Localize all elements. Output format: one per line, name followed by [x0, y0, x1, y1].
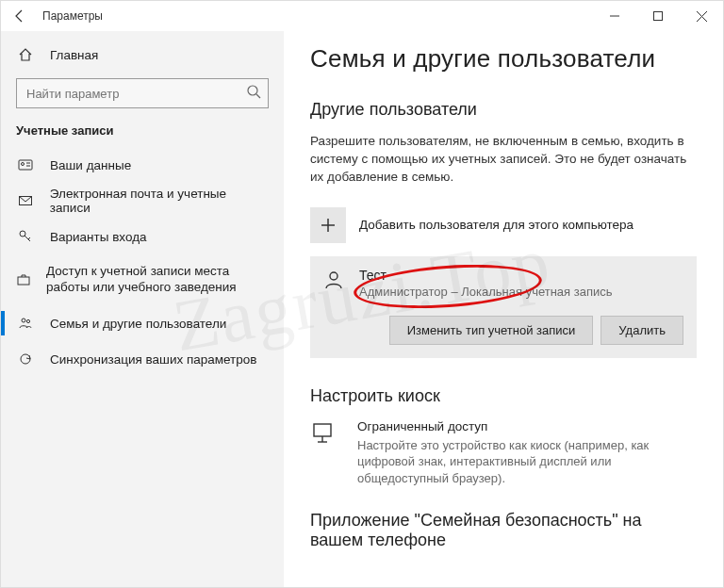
- user-card[interactable]: Тест Администратор – Локальная учетная з…: [310, 256, 697, 358]
- home-icon: [16, 47, 35, 62]
- minimize-button[interactable]: [593, 1, 636, 31]
- maximize-button[interactable]: [636, 1, 680, 31]
- sidebar-item-label: Варианты входа: [50, 230, 147, 244]
- svg-line-3: [256, 94, 260, 98]
- svg-rect-16: [314, 424, 331, 436]
- section-kiosk: Настроить киоск: [310, 386, 697, 406]
- svg-point-11: [22, 318, 25, 322]
- plus-icon: [310, 207, 346, 243]
- search-input-wrap: [16, 78, 269, 108]
- sync-icon: [16, 351, 35, 367]
- sidebar-item-label: Семья и другие пользователи: [50, 317, 226, 331]
- delete-user-button[interactable]: Удалить: [601, 316, 683, 345]
- back-button[interactable]: [1, 1, 39, 31]
- window-title: Параметры: [39, 9, 103, 23]
- mail-icon: [16, 193, 35, 208]
- sidebar-section-title: Учетные записи: [1, 118, 284, 147]
- svg-point-15: [330, 272, 337, 280]
- sidebar: Главная Учетные записи Ваши данные: [1, 31, 284, 587]
- sidebar-item-sync[interactable]: Синхронизация ваших параметров: [1, 341, 284, 377]
- svg-point-5: [22, 163, 25, 166]
- section-family-app: Приложение "Семейная безопасность" на ва…: [310, 511, 697, 550]
- other-users-desc: Разрешите пользователям, не включенным в…: [310, 133, 697, 187]
- add-user-row[interactable]: Добавить пользователя для этого компьюте…: [310, 207, 697, 243]
- search-input[interactable]: [16, 78, 269, 108]
- people-icon: [16, 316, 35, 331]
- kiosk-desc: Настройте это устройство как киоск (напр…: [357, 437, 659, 487]
- svg-rect-4: [19, 160, 32, 170]
- content-area: Семья и другие пользователи Другие польз…: [284, 31, 723, 587]
- page-title: Семья и другие пользователи: [310, 44, 697, 74]
- add-user-label: Добавить пользователя для этого компьюте…: [359, 218, 634, 232]
- svg-rect-1: [654, 12, 663, 21]
- sidebar-item-your-info[interactable]: Ваши данные: [1, 147, 284, 183]
- id-card-icon: [16, 157, 35, 172]
- sidebar-item-signin[interactable]: Варианты входа: [1, 219, 284, 254]
- kiosk-title: Ограниченный доступ: [357, 419, 659, 433]
- svg-point-2: [248, 86, 257, 95]
- sidebar-item-label: Синхронизация ваших параметров: [50, 352, 257, 367]
- sidebar-item-label: Электронная почта и учетные записи: [50, 187, 269, 215]
- close-button[interactable]: [680, 1, 723, 31]
- svg-point-12: [26, 319, 29, 322]
- kiosk-icon: [310, 419, 344, 446]
- user-role: Администратор – Локальная учетная запись: [359, 285, 612, 299]
- user-name: Тест: [359, 268, 612, 283]
- section-other-users: Другие пользователи: [310, 100, 697, 120]
- sidebar-item-label: Ваши данные: [50, 158, 131, 172]
- briefcase-icon: [16, 272, 31, 287]
- search-icon: [246, 84, 261, 99]
- kiosk-row[interactable]: Ограниченный доступ Настройте это устрой…: [310, 419, 697, 487]
- sidebar-item-email[interactable]: Электронная почта и учетные записи: [1, 183, 284, 219]
- sidebar-home-label: Главная: [50, 48, 98, 62]
- change-account-type-button[interactable]: Изменить тип учетной записи: [389, 316, 594, 345]
- sidebar-item-family[interactable]: Семья и другие пользователи: [1, 305, 284, 341]
- person-icon: [323, 268, 350, 290]
- sidebar-item-work[interactable]: Доступ к учетной записи места работы или…: [1, 254, 284, 305]
- key-icon: [16, 229, 35, 244]
- sidebar-item-label: Доступ к учетной записи места работы или…: [46, 264, 269, 296]
- sidebar-home[interactable]: Главная: [1, 37, 284, 73]
- svg-rect-10: [18, 277, 29, 285]
